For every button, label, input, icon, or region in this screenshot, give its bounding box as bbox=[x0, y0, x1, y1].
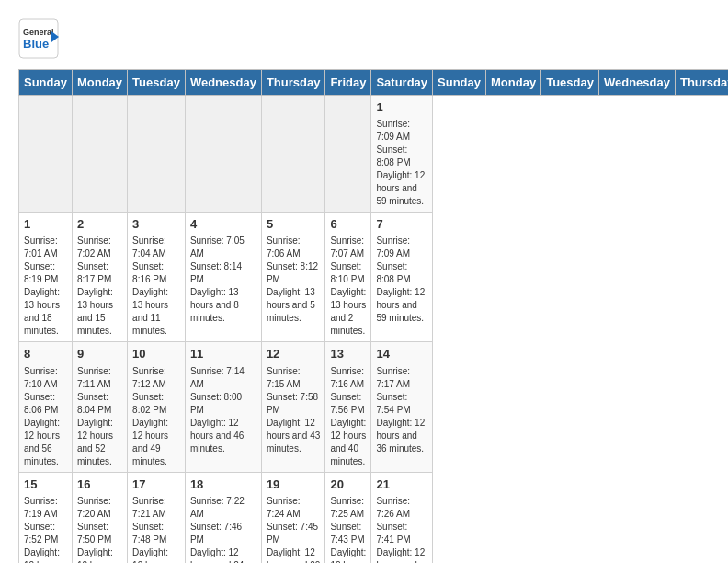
day-info: Sunrise: 7:11 AM Sunset: 8:04 PM Dayligh… bbox=[77, 365, 122, 468]
day-info: Sunrise: 7:20 AM Sunset: 7:50 PM Dayligh… bbox=[77, 495, 122, 563]
calendar-cell: 11Sunrise: 7:14 AM Sunset: 8:00 PM Dayli… bbox=[185, 342, 261, 472]
column-header-thursday: Thursday bbox=[675, 70, 728, 96]
day-info: Sunrise: 7:04 AM Sunset: 8:16 PM Dayligh… bbox=[132, 235, 180, 338]
calendar-cell: 20Sunrise: 7:25 AM Sunset: 7:43 PM Dayli… bbox=[325, 472, 371, 563]
day-number: 4 bbox=[190, 216, 256, 233]
day-number: 20 bbox=[330, 477, 366, 493]
column-header-wednesday: Wednesday bbox=[598, 70, 675, 96]
calendar-header-row: SundayMondayTuesdayWednesdayThursdayFrid… bbox=[19, 70, 729, 96]
calendar-cell: 13Sunrise: 7:16 AM Sunset: 7:56 PM Dayli… bbox=[325, 342, 371, 472]
calendar-cell: 4Sunrise: 7:05 AM Sunset: 8:14 PM Daylig… bbox=[185, 213, 261, 342]
column-header-tuesday: Tuesday bbox=[128, 70, 186, 96]
day-info: Sunrise: 7:02 AM Sunset: 8:17 PM Dayligh… bbox=[77, 235, 122, 338]
calendar-cell bbox=[261, 96, 325, 213]
calendar-cell bbox=[19, 96, 73, 213]
column-header-monday: Monday bbox=[486, 70, 541, 96]
calendar-cell: 8Sunrise: 7:10 AM Sunset: 8:06 PM Daylig… bbox=[19, 342, 73, 472]
day-info: Sunrise: 7:16 AM Sunset: 7:56 PM Dayligh… bbox=[330, 365, 366, 468]
column-header-tuesday: Tuesday bbox=[541, 70, 599, 96]
calendar-cell: 16Sunrise: 7:20 AM Sunset: 7:50 PM Dayli… bbox=[72, 472, 127, 563]
calendar-cell: 21Sunrise: 7:26 AM Sunset: 7:41 PM Dayli… bbox=[371, 472, 433, 563]
calendar-week-3: 8Sunrise: 7:10 AM Sunset: 8:06 PM Daylig… bbox=[19, 342, 729, 472]
calendar-cell bbox=[128, 96, 186, 213]
calendar-cell: 10Sunrise: 7:12 AM Sunset: 8:02 PM Dayli… bbox=[128, 342, 186, 472]
day-info: Sunrise: 7:17 AM Sunset: 7:54 PM Dayligh… bbox=[376, 365, 427, 455]
calendar-cell: 17Sunrise: 7:21 AM Sunset: 7:48 PM Dayli… bbox=[128, 472, 186, 563]
day-number: 9 bbox=[77, 346, 122, 362]
day-info: Sunrise: 7:24 AM Sunset: 7:45 PM Dayligh… bbox=[267, 495, 321, 563]
page-header: General Blue bbox=[18, 18, 710, 60]
day-number: 16 bbox=[77, 477, 122, 493]
day-number: 13 bbox=[330, 346, 366, 362]
logo-svg: General Blue bbox=[18, 18, 101, 60]
logo: General Blue bbox=[18, 18, 101, 60]
calendar-cell: 15Sunrise: 7:19 AM Sunset: 7:52 PM Dayli… bbox=[19, 472, 73, 563]
day-info: Sunrise: 7:07 AM Sunset: 8:10 PM Dayligh… bbox=[330, 235, 366, 338]
calendar-cell bbox=[185, 96, 261, 213]
calendar-cell: 19Sunrise: 7:24 AM Sunset: 7:45 PM Dayli… bbox=[261, 472, 325, 563]
calendar-week-4: 15Sunrise: 7:19 AM Sunset: 7:52 PM Dayli… bbox=[19, 472, 729, 563]
column-header-saturday: Saturday bbox=[371, 70, 433, 96]
day-info: Sunrise: 7:05 AM Sunset: 8:14 PM Dayligh… bbox=[190, 235, 256, 325]
day-number: 17 bbox=[132, 477, 180, 493]
calendar-cell: 18Sunrise: 7:22 AM Sunset: 7:46 PM Dayli… bbox=[185, 472, 261, 563]
svg-text:Blue: Blue bbox=[23, 37, 49, 51]
day-number: 21 bbox=[376, 477, 427, 493]
day-number: 19 bbox=[267, 477, 321, 493]
day-number: 18 bbox=[190, 477, 256, 493]
day-info: Sunrise: 7:19 AM Sunset: 7:52 PM Dayligh… bbox=[24, 495, 67, 563]
calendar-cell: 5Sunrise: 7:06 AM Sunset: 8:12 PM Daylig… bbox=[261, 213, 325, 342]
calendar-cell: 9Sunrise: 7:11 AM Sunset: 8:04 PM Daylig… bbox=[72, 342, 127, 472]
day-info: Sunrise: 7:10 AM Sunset: 8:06 PM Dayligh… bbox=[24, 365, 67, 468]
column-header-thursday: Thursday bbox=[261, 70, 325, 96]
calendar-cell: 12Sunrise: 7:15 AM Sunset: 7:58 PM Dayli… bbox=[261, 342, 325, 472]
svg-text:General: General bbox=[23, 28, 54, 37]
day-number: 11 bbox=[190, 346, 256, 362]
column-header-wednesday: Wednesday bbox=[185, 70, 261, 96]
day-number: 3 bbox=[132, 216, 180, 233]
column-header-sunday: Sunday bbox=[19, 70, 73, 96]
calendar-cell bbox=[325, 96, 371, 213]
day-number: 6 bbox=[330, 216, 366, 233]
calendar-cell: 6Sunrise: 7:07 AM Sunset: 8:10 PM Daylig… bbox=[325, 213, 371, 342]
day-number: 8 bbox=[24, 346, 67, 362]
day-info: Sunrise: 7:22 AM Sunset: 7:46 PM Dayligh… bbox=[190, 495, 256, 563]
day-info: Sunrise: 7:15 AM Sunset: 7:58 PM Dayligh… bbox=[267, 365, 321, 455]
calendar-table: SundayMondayTuesdayWednesdayThursdayFrid… bbox=[18, 69, 728, 563]
column-header-friday: Friday bbox=[325, 70, 371, 96]
calendar-cell bbox=[72, 96, 127, 213]
day-number: 7 bbox=[376, 216, 427, 233]
day-info: Sunrise: 7:21 AM Sunset: 7:48 PM Dayligh… bbox=[132, 495, 180, 563]
day-info: Sunrise: 7:06 AM Sunset: 8:12 PM Dayligh… bbox=[267, 235, 321, 325]
calendar-cell: 14Sunrise: 7:17 AM Sunset: 7:54 PM Dayli… bbox=[371, 342, 433, 472]
day-number: 14 bbox=[376, 346, 427, 362]
day-info: Sunrise: 7:09 AM Sunset: 8:08 PM Dayligh… bbox=[376, 235, 427, 325]
day-info: Sunrise: 7:09 AM Sunset: 8:08 PM Dayligh… bbox=[376, 118, 427, 208]
calendar-cell: 7Sunrise: 7:09 AM Sunset: 8:08 PM Daylig… bbox=[371, 213, 433, 342]
day-number: 1 bbox=[24, 216, 67, 233]
day-info: Sunrise: 7:12 AM Sunset: 8:02 PM Dayligh… bbox=[132, 365, 180, 468]
day-number: 10 bbox=[132, 346, 180, 362]
day-info: Sunrise: 7:26 AM Sunset: 7:41 PM Dayligh… bbox=[376, 495, 427, 563]
calendar-week-2: 1Sunrise: 7:01 AM Sunset: 8:19 PM Daylig… bbox=[19, 213, 729, 342]
column-header-monday: Monday bbox=[72, 70, 127, 96]
day-number: 1 bbox=[376, 99, 427, 116]
day-info: Sunrise: 7:14 AM Sunset: 8:00 PM Dayligh… bbox=[190, 365, 256, 455]
day-number: 2 bbox=[77, 216, 122, 233]
calendar-week-1: 1Sunrise: 7:09 AM Sunset: 8:08 PM Daylig… bbox=[19, 96, 729, 213]
day-info: Sunrise: 7:01 AM Sunset: 8:19 PM Dayligh… bbox=[24, 235, 67, 338]
calendar-cell: 1Sunrise: 7:01 AM Sunset: 8:19 PM Daylig… bbox=[19, 213, 73, 342]
column-header-sunday: Sunday bbox=[433, 70, 486, 96]
calendar-cell: 2Sunrise: 7:02 AM Sunset: 8:17 PM Daylig… bbox=[72, 213, 127, 342]
calendar-cell: 3Sunrise: 7:04 AM Sunset: 8:16 PM Daylig… bbox=[128, 213, 186, 342]
day-number: 15 bbox=[24, 477, 67, 493]
calendar-cell: 1Sunrise: 7:09 AM Sunset: 8:08 PM Daylig… bbox=[371, 96, 433, 213]
day-number: 12 bbox=[267, 346, 321, 362]
day-info: Sunrise: 7:25 AM Sunset: 7:43 PM Dayligh… bbox=[330, 495, 366, 563]
day-number: 5 bbox=[267, 216, 321, 233]
